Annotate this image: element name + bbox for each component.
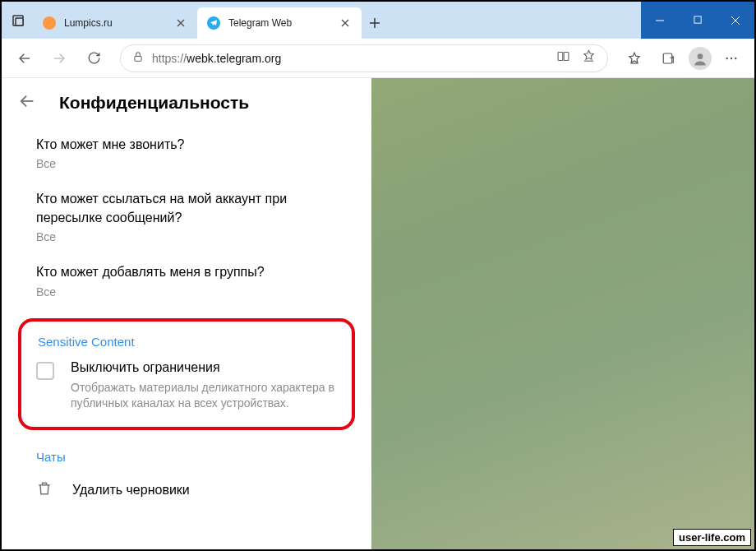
section-title-sensitive: Sensitive Content <box>36 331 337 360</box>
svg-rect-16 <box>564 53 569 61</box>
svg-point-23 <box>731 57 732 58</box>
setting-who-can-call[interactable]: Кто может мне звонить? Все <box>2 127 371 182</box>
svg-rect-15 <box>558 53 563 61</box>
setting-forward-link[interactable]: Кто может ссылаться на мой аккаунт при п… <box>2 182 371 255</box>
address-bar[interactable]: https://webk.telegram.org <box>120 44 608 72</box>
sensitive-content-highlight: Sensitive Content Выключить ограничения … <box>18 318 355 430</box>
checkbox-text-group: Выключить ограничения Отображать материа… <box>71 360 337 412</box>
panel-back-button[interactable] <box>18 92 36 113</box>
delete-drafts-label: Удалить черновики <box>72 483 190 498</box>
address-bar-actions <box>556 49 596 67</box>
maximize-button[interactable] <box>679 2 717 39</box>
url-host: webk.telegram.org <box>187 52 281 65</box>
new-tab-button[interactable] <box>362 7 388 39</box>
window-controls <box>641 2 754 39</box>
favicon-lumpics-icon <box>43 16 56 30</box>
setting-value: Все <box>36 230 350 243</box>
svg-point-21 <box>698 53 703 59</box>
favicon-telegram-icon <box>207 16 220 30</box>
setting-add-to-groups[interactable]: Кто может добавлять меня в группы? Все <box>2 255 371 309</box>
tab-title: Lumpics.ru <box>64 17 166 29</box>
minimize-button[interactable] <box>641 2 679 39</box>
tab-lumpics[interactable]: Lumpics.ru <box>33 7 197 39</box>
delete-drafts-row[interactable]: Удалить черновики <box>2 469 371 512</box>
content-area: Конфиденциальность Кто может мне звонить… <box>2 78 754 549</box>
tab-overview-icon[interactable] <box>10 12 26 29</box>
tab-telegram[interactable]: Telegram Web <box>197 7 362 39</box>
refresh-button[interactable] <box>79 44 108 73</box>
section-title-chats: Чаты <box>2 435 371 469</box>
trash-icon <box>36 480 53 500</box>
tab-title: Telegram Web <box>228 17 330 29</box>
setting-label: Кто может мне звонить? <box>36 136 350 154</box>
setting-label: Кто может ссылаться на мой аккаунт при п… <box>36 190 350 227</box>
setting-value: Все <box>36 157 350 170</box>
back-button[interactable] <box>10 44 39 73</box>
lock-icon <box>132 51 144 66</box>
extensions-icon[interactable] <box>556 49 570 67</box>
close-tab-icon[interactable] <box>174 16 187 30</box>
tab-strip: Lumpics.ru Telegram Web <box>33 2 641 39</box>
svg-point-24 <box>735 57 736 58</box>
favorites-button[interactable] <box>620 44 649 73</box>
checkbox-label: Выключить ограничения <box>71 360 337 375</box>
menu-button[interactable] <box>717 44 746 73</box>
svg-rect-18 <box>663 53 672 63</box>
titlebar-left <box>2 2 26 39</box>
collections-button[interactable] <box>654 44 684 73</box>
setting-value: Все <box>36 285 350 299</box>
svg-rect-9 <box>694 16 700 23</box>
disable-filtering-row[interactable]: Выключить ограничения Отображать материа… <box>36 360 337 412</box>
browser-titlebar: Lumpics.ru Telegram Web <box>2 2 754 39</box>
settings-panel: Конфиденциальность Кто может мне звонить… <box>2 78 371 549</box>
profile-avatar[interactable] <box>689 47 712 70</box>
panel-header: Конфиденциальность <box>2 78 371 127</box>
svg-rect-14 <box>135 56 141 61</box>
forward-button[interactable] <box>44 44 74 73</box>
url-protocol: https:// <box>152 52 187 65</box>
watermark: user-life.com <box>673 529 751 546</box>
svg-rect-1 <box>16 18 23 25</box>
svg-point-22 <box>726 57 728 58</box>
url-text: https://webk.telegram.org <box>152 52 281 65</box>
chat-background <box>371 78 754 549</box>
shopping-icon[interactable] <box>582 49 596 67</box>
close-tab-icon[interactable] <box>339 16 352 30</box>
browser-toolbar: https://webk.telegram.org <box>2 39 754 78</box>
close-window-button[interactable] <box>717 2 754 39</box>
disable-filtering-checkbox[interactable] <box>36 362 54 380</box>
setting-label: Кто может добавлять меня в группы? <box>36 263 350 281</box>
page-title: Конфиденциальность <box>59 93 249 113</box>
checkbox-description: Отображать материалы деликатного характе… <box>71 380 337 412</box>
